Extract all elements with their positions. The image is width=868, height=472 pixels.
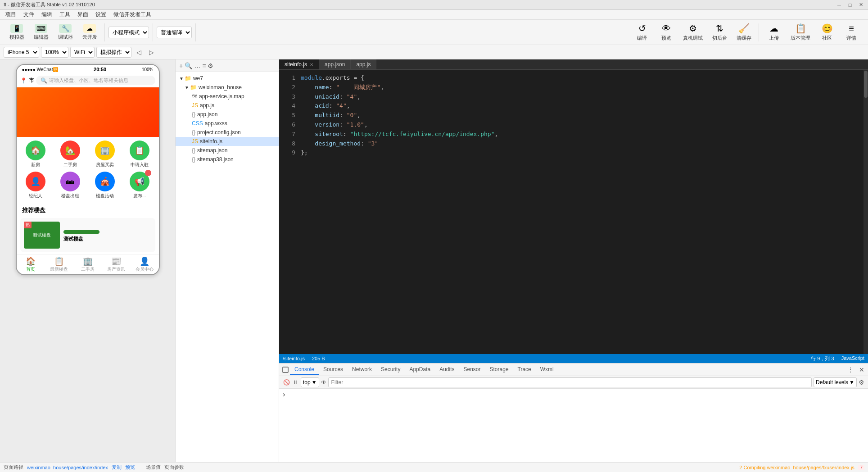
devtools-dock-button[interactable] (281, 367, 290, 373)
new-house-icon-item[interactable]: 🏠 新房 (23, 141, 48, 168)
menu-edit[interactable]: 编辑 (38, 11, 56, 18)
svg-rect-0 (283, 367, 288, 372)
clear-cache-button[interactable]: 🧹 清缓存 (732, 21, 755, 43)
nav-member-label: 会员中心 (136, 266, 154, 272)
file-item-we7[interactable]: ▼ 📁 we7 (176, 74, 279, 83)
log-level-select-wrap[interactable]: Default levels ▼ (814, 377, 857, 387)
menu-interface[interactable]: 界面 (74, 11, 92, 18)
copy-button[interactable]: 复制 (112, 464, 122, 471)
file-item-appwxss[interactable]: CSS app.wxss (176, 119, 279, 128)
devtools-tab-wxml[interactable]: Wxml (536, 364, 558, 375)
file-item-map[interactable]: 🗺 app-service.js.map (176, 92, 279, 101)
rotate-right-button[interactable]: ▷ (146, 47, 157, 58)
activity-icon-item[interactable]: 🎪 楼盘活动 (92, 172, 118, 199)
device-select[interactable]: iPhone 5 iPhone 6 iPhone X (4, 47, 39, 58)
rent-icon-item[interactable]: 🏘 楼盘出租 (58, 172, 83, 199)
version-manage-button[interactable]: 📋 版本管理 (787, 21, 814, 43)
filter-button[interactable]: ⚙ (208, 62, 213, 69)
buy-sell-icon-item[interactable]: 🏢 房屋买卖 (92, 141, 118, 168)
menu-settings[interactable]: 设置 (92, 11, 110, 18)
devtools-tab-appdata[interactable]: AppData (405, 364, 435, 375)
compile-select[interactable]: 普通编译 (157, 27, 192, 38)
menu-project[interactable]: 项目 (2, 11, 20, 18)
menu-file[interactable]: 文件 (20, 11, 38, 18)
maximize-button[interactable]: □ (846, 1, 854, 9)
minimize-button[interactable]: ─ (836, 1, 843, 9)
debugger-tool[interactable]: 🔧 调试器 (54, 22, 77, 42)
editor-tab-appjs[interactable]: app.js (351, 59, 376, 69)
js-file-icon-appjs: JS (192, 102, 198, 109)
apply-icon-item[interactable]: 📋 申请入驻 (127, 141, 152, 168)
editor-tool[interactable]: ⌨ 编辑器 (30, 22, 52, 42)
preview-link[interactable]: 预览 (125, 464, 135, 471)
devtools-tab-console[interactable]: Console (290, 364, 319, 375)
file-item-sitemap[interactable]: {} sitemap.json (176, 146, 279, 155)
error-count: 7 (858, 465, 864, 470)
console-settings-button[interactable]: ⚙ (859, 379, 864, 386)
upload-button[interactable]: ☁ 上传 (763, 21, 785, 43)
file-name-appjs: app.js (200, 102, 214, 109)
editor-tab-siteinfo-close[interactable]: ✕ (310, 62, 313, 67)
file-item-appjson[interactable]: {} app.json (176, 110, 279, 119)
close-button[interactable]: ✕ (857, 1, 864, 9)
editor-scrollbar[interactable] (863, 70, 868, 354)
switch-bg-button[interactable]: ⇅ 切后台 (708, 21, 731, 43)
cloud-tool[interactable]: ☁ 云开发 (78, 22, 101, 42)
scene-value-label[interactable]: 场景值 (146, 464, 161, 471)
mode-operation-select[interactable]: 模拟操作 (96, 47, 131, 58)
rotate-left-button[interactable]: ◁ (133, 47, 144, 58)
real-debug-button[interactable]: ⚙ 真机调试 (679, 21, 706, 43)
collapse-all-button[interactable]: ≡ (202, 62, 206, 69)
community-button[interactable]: 😊 社区 (816, 21, 838, 43)
devtools-tab-sources[interactable]: Sources (319, 364, 348, 375)
devtools-tab-audits[interactable]: Audits (435, 364, 459, 375)
phone-search-bar[interactable]: 🔍 请输入楼盘、小区、地名等相关信息 (36, 76, 155, 85)
second-hand-icon-item[interactable]: 🏡 二手房 (58, 141, 83, 168)
console-filter-input[interactable] (328, 377, 812, 387)
chat-badge: … (145, 170, 151, 176)
devtools-more-button[interactable]: ⋮ (845, 366, 855, 373)
search-file-button[interactable]: 🔍 (185, 62, 192, 69)
nav-listings[interactable]: 📋 最新楼盘 (45, 256, 73, 272)
zoom-select[interactable]: 100% 75% 50% (41, 47, 68, 58)
compile-button[interactable]: ↺ 编译 (631, 21, 653, 43)
devtools-tab-network[interactable]: Network (348, 364, 376, 375)
nav-news[interactable]: 📰 房产资讯 (102, 256, 130, 272)
nav-home[interactable]: 🏠 首页 (17, 256, 45, 272)
file-item-weixinmao[interactable]: ▼ 📁 weixinmao_house (176, 83, 279, 92)
network-select[interactable]: WiFi 3G 4G (70, 47, 95, 58)
clear-console-button[interactable]: 🚫 (283, 379, 290, 386)
file-item-sitemap38[interactable]: {} sitemap38.json (176, 155, 279, 164)
file-item-projectconfig[interactable]: {} project.config.json (176, 128, 279, 137)
file-item-appjs[interactable]: JS app.js (176, 101, 279, 110)
eye-toggle-button[interactable]: 👁 (321, 379, 326, 386)
file-item-siteinfo[interactable]: JS siteinfo.js (176, 137, 279, 146)
preserve-log-button[interactable]: ⏸ (292, 379, 299, 386)
code-editor[interactable]: module.exports = { name: " 同城房产", uniaci… (297, 70, 863, 354)
devtools-tab-sensor[interactable]: Sensor (459, 364, 485, 375)
add-file-button[interactable]: + (179, 62, 183, 69)
preview-button[interactable]: 👁 预览 (655, 22, 678, 43)
devtools-tab-storage[interactable]: Storage (485, 364, 513, 375)
menu-tools[interactable]: 工具 (56, 11, 74, 18)
mode-select[interactable]: 小程序模式 (108, 27, 149, 38)
page-params-label[interactable]: 页面参数 (164, 464, 184, 471)
toolbar-divider-1 (104, 23, 105, 41)
editor-tab-appjson[interactable]: app.json (319, 59, 351, 69)
details-button[interactable]: ≡ 详情 (840, 22, 863, 43)
agent-icon-item[interactable]: 👤 经纪人 (23, 172, 48, 199)
nav-second-hand[interactable]: 🏢 二手房 (73, 256, 102, 272)
nav-member[interactable]: 👤 会员中心 (130, 256, 158, 272)
console-context-select-wrap[interactable]: top ▼ (301, 377, 319, 387)
devtools-tab-trace[interactable]: Trace (513, 364, 536, 375)
devtools-close-button[interactable]: ✕ (857, 366, 866, 373)
editor-tab-siteinfo[interactable]: siteinfo.js ✕ (279, 59, 319, 69)
activity-icon: 🎪 (95, 172, 115, 191)
menu-devtools[interactable]: 微信开发者工具 (110, 11, 155, 18)
devtools-tab-security[interactable]: Security (376, 364, 405, 375)
phone-card[interactable]: 测试楼盘 热 测试楼盘 (20, 218, 155, 252)
more-options-button[interactable]: … (194, 62, 200, 69)
publish-icon-item[interactable]: 📢 … 发布... (127, 172, 152, 199)
window-controls[interactable]: ─ □ ✕ (836, 1, 864, 9)
simulator-tool[interactable]: 📱 模拟器 (5, 22, 28, 42)
